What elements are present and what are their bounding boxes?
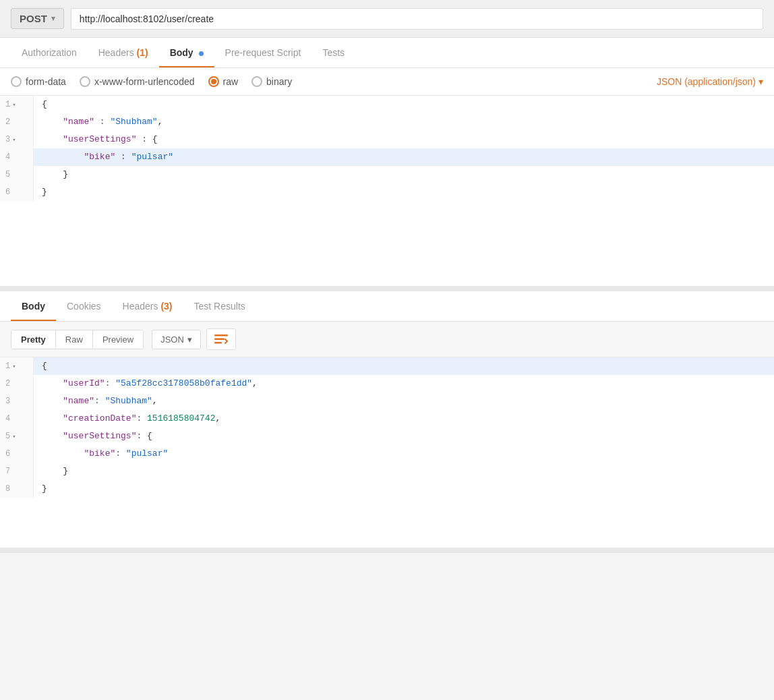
code-content: { (34, 357, 55, 375)
line-number: 3 (0, 392, 34, 410)
radio-binary (251, 76, 262, 87)
code-content: } (34, 166, 76, 183)
format-chevron: ▾ (187, 334, 192, 345)
code-content: "name": "Shubham", (34, 392, 166, 410)
svg-rect-2 (214, 342, 222, 344)
code-line: 3▾ "userSettings" : { (0, 131, 774, 148)
code-content: "userId": "5a5f28cc3178058b0fafe1dd", (34, 375, 266, 392)
line-number: 4 (0, 148, 34, 166)
headers-badge: (1) (137, 47, 148, 58)
response-section: Body Cookies Headers (3) Test Results Pr… (0, 291, 774, 553)
code-content: { (34, 96, 55, 113)
code-line: 1▾{ (0, 96, 774, 113)
tab-authorization[interactable]: Authorization (11, 38, 88, 67)
method-button[interactable]: POST ▾ (11, 8, 64, 29)
line-number: 2 (0, 375, 34, 392)
resp-tab-cookies[interactable]: Cookies (56, 291, 112, 321)
radio-raw (208, 76, 219, 87)
resp-tab-body[interactable]: Body (11, 291, 56, 321)
code-content: } (34, 463, 76, 480)
view-pretty[interactable]: Pretty (11, 330, 56, 349)
line-number: 1▾ (0, 357, 34, 375)
radio-form-data (11, 76, 22, 87)
line-number: 4 (0, 410, 34, 428)
wrap-icon (214, 333, 229, 345)
code-line: 4 "bike" : "pulsar" (0, 148, 774, 166)
json-type-chevron: ▾ (758, 76, 763, 87)
line-number: 2 (0, 113, 34, 131)
line-number: 8 (0, 480, 34, 498)
option-urlencoded[interactable]: x-www-form-urlencoded (80, 76, 195, 87)
line-number: 6 (0, 183, 34, 201)
code-line: 2 "userId": "5a5f28cc3178058b0fafe1dd", (0, 375, 774, 392)
tab-headers[interactable]: Headers (1) (88, 38, 159, 67)
format-button[interactable]: JSON ▾ (152, 330, 201, 349)
code-line: 2 "name" : "Shubham", (0, 113, 774, 131)
tab-prerequest[interactable]: Pre-request Script (214, 38, 312, 67)
editor-spacer (0, 498, 774, 518)
url-input[interactable] (71, 8, 763, 30)
url-bar: POST ▾ (0, 0, 774, 38)
code-content: "bike" : "pulsar" (34, 148, 181, 166)
view-button-group: Pretty Raw Preview (11, 330, 144, 349)
option-raw[interactable]: raw (208, 76, 239, 87)
line-number: 3▾ (0, 131, 34, 148)
wrap-button[interactable] (206, 328, 236, 350)
code-line: 3 "name": "Shubham", (0, 392, 774, 410)
request-tabs: Authorization Headers (1) Body Pre-reque… (0, 38, 774, 68)
svg-rect-0 (214, 334, 228, 337)
method-label: POST (20, 13, 47, 24)
view-raw[interactable]: Raw (56, 330, 93, 349)
code-content: } (34, 183, 55, 201)
body-dot (199, 51, 204, 56)
code-line: 8} (0, 480, 774, 498)
resp-tab-test-results[interactable]: Test Results (183, 291, 256, 321)
code-line: 4 "creationDate": 1516185804742, (0, 410, 774, 428)
code-line: 6} (0, 183, 774, 201)
code-line: 1▾{ (0, 357, 774, 375)
view-preview[interactable]: Preview (93, 330, 143, 349)
line-number: 7 (0, 463, 34, 480)
code-content: "userSettings": { (34, 428, 160, 445)
code-line: 6 "bike": "pulsar" (0, 445, 774, 463)
tab-body[interactable]: Body (159, 38, 214, 67)
code-line: 5▾ "userSettings": { (0, 428, 774, 445)
line-number: 1▾ (0, 96, 34, 113)
code-line: 7 } (0, 463, 774, 480)
resp-tab-headers[interactable]: Headers (3) (112, 291, 183, 321)
response-tabs: Body Cookies Headers (3) Test Results (0, 291, 774, 322)
radio-urlencoded (80, 76, 90, 87)
line-number: 5 (0, 166, 34, 183)
code-content: "creationDate": 1516185804742, (34, 410, 229, 428)
method-chevron: ▾ (51, 14, 55, 23)
line-number: 6 (0, 445, 34, 463)
code-content: "name" : "Shubham", (34, 113, 171, 131)
request-code-editor[interactable]: 1▾{2 "name" : "Shubham",3▾ "userSettings… (0, 96, 774, 291)
resp-headers-badge: (3) (160, 301, 172, 312)
code-content: "bike": "pulsar" (34, 445, 176, 463)
body-options: form-data x-www-form-urlencoded raw bina… (0, 68, 774, 96)
line-number: 5▾ (0, 428, 34, 445)
svg-rect-1 (214, 339, 225, 341)
json-type-button[interactable]: JSON (application/json) ▾ (657, 76, 763, 87)
response-code-editor[interactable]: 1▾{2 "userId": "5a5f28cc3178058b0fafe1dd… (0, 357, 774, 553)
option-binary[interactable]: binary (251, 76, 292, 87)
response-toolbar: Pretty Raw Preview JSON ▾ (0, 322, 774, 357)
code-line: 5 } (0, 166, 774, 183)
code-content: } (34, 480, 55, 498)
code-content: "userSettings" : { (34, 131, 166, 148)
editor-spacer (0, 201, 774, 282)
option-form-data[interactable]: form-data (11, 76, 66, 87)
tab-tests[interactable]: Tests (311, 38, 355, 67)
